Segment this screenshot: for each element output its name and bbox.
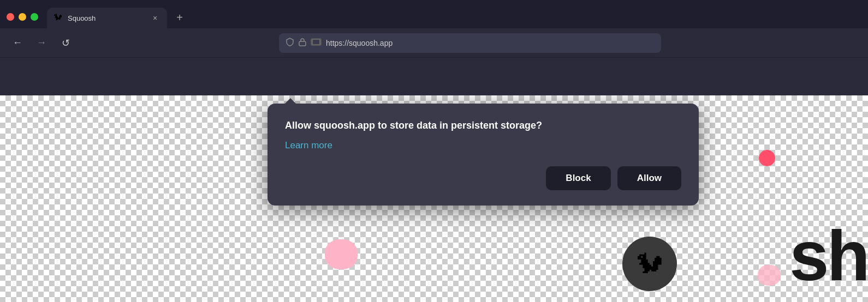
forward-button[interactable]: → xyxy=(33,34,50,52)
minimize-window-button[interactable] xyxy=(19,13,26,21)
decorative-blob-red xyxy=(759,150,775,166)
lock-icon xyxy=(299,38,306,48)
tab-close-button[interactable]: × xyxy=(150,13,160,23)
refresh-button[interactable]: ↺ xyxy=(57,34,74,52)
page-content: sh 🐿 Allow squoosh.app to store data in … xyxy=(0,95,868,302)
allow-button[interactable]: Allow xyxy=(617,166,681,190)
permission-question-text: Allow squoosh.app to store data in persi… xyxy=(285,119,681,132)
tab-bar: 🐿 Squoosh × + xyxy=(0,0,868,28)
squoosh-logo-circle: 🐿 xyxy=(622,237,677,291)
back-button[interactable]: ← xyxy=(9,34,26,52)
window-controls xyxy=(7,13,38,28)
block-button[interactable]: Block xyxy=(546,166,610,190)
close-window-button[interactable] xyxy=(7,13,14,21)
new-tab-button[interactable]: + xyxy=(171,12,188,28)
page-icon xyxy=(311,38,322,47)
permission-buttons: Block Allow xyxy=(285,166,681,190)
url-text: https://squoosh.app xyxy=(326,39,655,47)
svg-rect-0 xyxy=(299,41,306,46)
svg-rect-2 xyxy=(313,40,319,44)
squoosh-logo-text: sh xyxy=(789,220,868,291)
tab-title: Squoosh xyxy=(68,14,145,22)
tab-favicon-icon: 🐿 xyxy=(53,13,63,23)
learn-more-link[interactable]: Learn more xyxy=(285,140,332,151)
permission-popup: Allow squoosh.app to store data in persi… xyxy=(267,104,699,206)
decorative-blob-pink-large xyxy=(325,239,358,269)
address-bar[interactable]: https://squoosh.app xyxy=(279,33,661,53)
toolbar: ← → ↺ ht xyxy=(0,28,868,58)
popup-arrow xyxy=(285,98,296,104)
shield-icon xyxy=(286,38,294,48)
browser-chrome: 🐿 Squoosh × + ← → ↺ xyxy=(0,0,868,95)
maximize-window-button[interactable] xyxy=(31,13,38,21)
squoosh-logo-emoji: 🐿 xyxy=(636,248,663,280)
active-tab[interactable]: 🐿 Squoosh × xyxy=(47,8,167,28)
decorative-blob-pink-small xyxy=(758,265,781,286)
